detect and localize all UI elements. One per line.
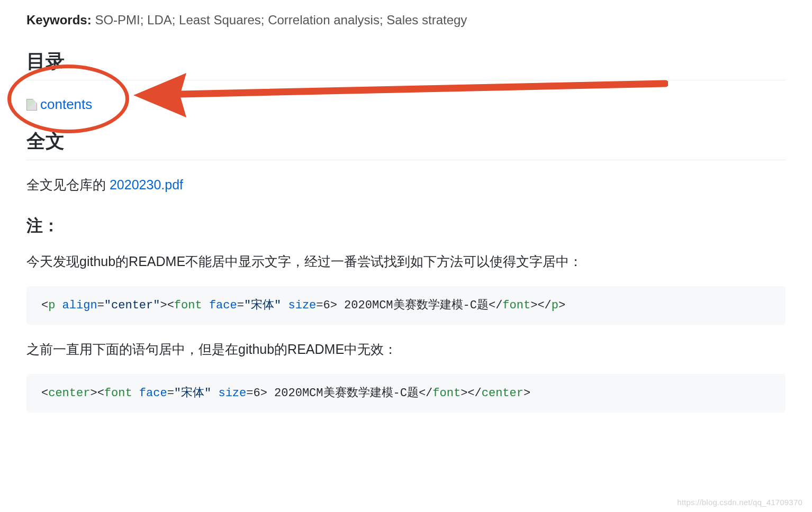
fulltext-heading: 全文 — [26, 129, 786, 160]
code-block-2: <center><font face="宋体" size=6> 2020MCM美… — [26, 374, 786, 413]
keywords-line: Keywords: SO-PMI; LDA; Least Squares; Co… — [26, 13, 786, 28]
fulltext-prefix: 全文见仓库的 — [26, 177, 110, 192]
broken-image: contents — [26, 96, 786, 113]
code-block-1: <p align="center"><font face="宋体" size=6… — [26, 286, 786, 325]
keywords-value: SO-PMI; LDA; Least Squares; Correlation … — [95, 13, 467, 27]
fulltext-link[interactable]: 2020230.pdf — [110, 177, 183, 192]
note-paragraph-1: 今天发现github的README不能居中显示文字，经过一番尝试找到如下方法可以… — [26, 253, 786, 270]
readme-content: Keywords: SO-PMI; LDA; Least Squares; Co… — [0, 13, 812, 444]
keywords-label: Keywords: — [26, 13, 92, 27]
note-paragraph-2: 之前一直用下面的语句居中，但是在github的README中无效： — [26, 341, 786, 358]
broken-image-icon — [26, 99, 37, 111]
broken-image-alt: contents — [40, 96, 92, 113]
toc-heading: 目录 — [26, 49, 786, 80]
fulltext-paragraph: 全文见仓库的 2020230.pdf — [26, 176, 786, 194]
note-heading: 注： — [26, 215, 786, 237]
